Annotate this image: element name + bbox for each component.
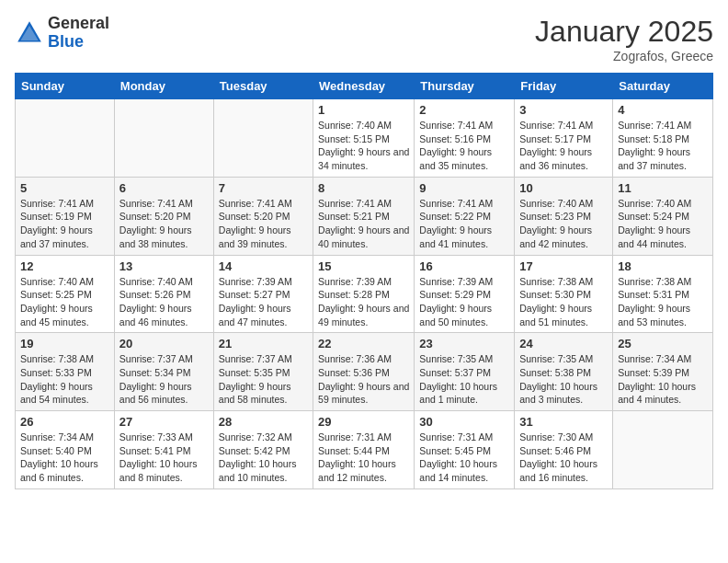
- calendar-cell: 21Sunrise: 7:37 AM Sunset: 5:35 PM Dayli…: [213, 333, 313, 411]
- calendar-cell: 27Sunrise: 7:33 AM Sunset: 5:41 PM Dayli…: [114, 411, 213, 489]
- calendar-cell: [613, 411, 713, 489]
- day-number: 14: [219, 259, 308, 273]
- calendar-cell: 28Sunrise: 7:32 AM Sunset: 5:42 PM Dayli…: [213, 411, 313, 489]
- day-number: 3: [519, 103, 608, 117]
- calendar-week-row: 1Sunrise: 7:40 AM Sunset: 5:15 PM Daylig…: [16, 99, 713, 178]
- day-info: Sunrise: 7:40 AM Sunset: 5:24 PM Dayligh…: [618, 197, 708, 251]
- logo-blue: Blue: [48, 33, 109, 52]
- day-number: 7: [219, 181, 308, 195]
- main-title: January 2025: [535, 15, 713, 49]
- day-info: Sunrise: 7:38 AM Sunset: 5:31 PM Dayligh…: [618, 275, 708, 329]
- day-info: Sunrise: 7:41 AM Sunset: 5:21 PM Dayligh…: [318, 197, 409, 251]
- calendar-cell: 13Sunrise: 7:40 AM Sunset: 5:26 PM Dayli…: [114, 255, 213, 333]
- calendar-cell: 15Sunrise: 7:39 AM Sunset: 5:28 PM Dayli…: [313, 255, 415, 333]
- day-info: Sunrise: 7:40 AM Sunset: 5:15 PM Dayligh…: [318, 119, 409, 173]
- day-info: Sunrise: 7:41 AM Sunset: 5:20 PM Dayligh…: [219, 197, 308, 251]
- day-number: 19: [20, 337, 109, 350]
- calendar-cell: 24Sunrise: 7:35 AM Sunset: 5:38 PM Dayli…: [515, 333, 613, 411]
- day-number: 29: [318, 415, 409, 429]
- calendar-cell: 19Sunrise: 7:38 AM Sunset: 5:33 PM Dayli…: [16, 333, 115, 411]
- calendar-cell: 29Sunrise: 7:31 AM Sunset: 5:44 PM Dayli…: [313, 411, 415, 489]
- weekday-header: Thursday: [415, 74, 515, 99]
- calendar-cell: 11Sunrise: 7:40 AM Sunset: 5:24 PM Dayli…: [613, 177, 713, 255]
- calendar-cell: 26Sunrise: 7:34 AM Sunset: 5:40 PM Dayli…: [16, 411, 115, 489]
- day-info: Sunrise: 7:40 AM Sunset: 5:26 PM Dayligh…: [119, 275, 209, 329]
- day-number: 25: [618, 337, 708, 350]
- day-number: 26: [20, 415, 109, 429]
- day-number: 5: [20, 181, 109, 195]
- day-number: 2: [419, 103, 509, 117]
- day-number: 28: [219, 415, 308, 429]
- day-info: Sunrise: 7:33 AM Sunset: 5:41 PM Dayligh…: [119, 431, 209, 485]
- day-number: 31: [519, 415, 608, 429]
- day-info: Sunrise: 7:37 AM Sunset: 5:34 PM Dayligh…: [119, 352, 209, 407]
- weekday-header-row: SundayMondayTuesdayWednesdayThursdayFrid…: [16, 74, 713, 99]
- day-number: 30: [419, 415, 509, 429]
- day-info: Sunrise: 7:36 AM Sunset: 5:36 PM Dayligh…: [318, 352, 409, 407]
- calendar-week-row: 12Sunrise: 7:40 AM Sunset: 5:25 PM Dayli…: [16, 255, 713, 333]
- calendar-cell: 6Sunrise: 7:41 AM Sunset: 5:20 PM Daylig…: [114, 177, 213, 255]
- day-number: 18: [618, 259, 708, 273]
- calendar-cell: 2Sunrise: 7:41 AM Sunset: 5:16 PM Daylig…: [415, 99, 515, 178]
- calendar-cell: [213, 99, 313, 178]
- day-number: 17: [519, 259, 608, 273]
- day-info: Sunrise: 7:35 AM Sunset: 5:37 PM Dayligh…: [419, 352, 509, 407]
- day-info: Sunrise: 7:31 AM Sunset: 5:45 PM Dayligh…: [419, 431, 509, 485]
- calendar-cell: 9Sunrise: 7:41 AM Sunset: 5:22 PM Daylig…: [415, 177, 515, 255]
- day-number: 22: [318, 337, 409, 350]
- day-number: 1: [318, 103, 409, 117]
- weekday-header: Tuesday: [213, 74, 313, 99]
- weekday-header: Wednesday: [313, 74, 415, 99]
- calendar-cell: 23Sunrise: 7:35 AM Sunset: 5:37 PM Dayli…: [415, 333, 515, 411]
- logo-icon: [15, 18, 44, 48]
- day-number: 10: [519, 181, 608, 195]
- page-header: General Blue January 2025 Zografos, Gree…: [15, 15, 713, 63]
- weekday-header: Friday: [515, 74, 613, 99]
- calendar-week-row: 5Sunrise: 7:41 AM Sunset: 5:19 PM Daylig…: [16, 177, 713, 255]
- calendar-cell: 20Sunrise: 7:37 AM Sunset: 5:34 PM Dayli…: [114, 333, 213, 411]
- day-info: Sunrise: 7:34 AM Sunset: 5:40 PM Dayligh…: [20, 431, 109, 485]
- day-number: 4: [618, 103, 708, 117]
- calendar-cell: 8Sunrise: 7:41 AM Sunset: 5:21 PM Daylig…: [313, 177, 415, 255]
- calendar-cell: [114, 99, 213, 178]
- calendar-cell: 1Sunrise: 7:40 AM Sunset: 5:15 PM Daylig…: [313, 99, 415, 178]
- day-info: Sunrise: 7:39 AM Sunset: 5:28 PM Dayligh…: [318, 275, 409, 329]
- day-info: Sunrise: 7:38 AM Sunset: 5:30 PM Dayligh…: [519, 275, 608, 329]
- calendar-cell: 18Sunrise: 7:38 AM Sunset: 5:31 PM Dayli…: [613, 255, 713, 333]
- calendar-cell: 5Sunrise: 7:41 AM Sunset: 5:19 PM Daylig…: [16, 177, 115, 255]
- calendar-week-row: 26Sunrise: 7:34 AM Sunset: 5:40 PM Dayli…: [16, 411, 713, 489]
- day-info: Sunrise: 7:34 AM Sunset: 5:39 PM Dayligh…: [618, 352, 708, 407]
- day-info: Sunrise: 7:41 AM Sunset: 5:22 PM Dayligh…: [419, 197, 509, 251]
- calendar-cell: 12Sunrise: 7:40 AM Sunset: 5:25 PM Dayli…: [16, 255, 115, 333]
- day-number: 27: [119, 415, 209, 429]
- logo-general: General: [48, 15, 109, 33]
- day-number: 9: [419, 181, 509, 195]
- calendar-cell: 14Sunrise: 7:39 AM Sunset: 5:27 PM Dayli…: [213, 255, 313, 333]
- title-block: January 2025 Zografos, Greece: [535, 15, 713, 63]
- day-number: 23: [419, 337, 509, 350]
- day-info: Sunrise: 7:39 AM Sunset: 5:29 PM Dayligh…: [419, 275, 509, 329]
- calendar-cell: 31Sunrise: 7:30 AM Sunset: 5:46 PM Dayli…: [515, 411, 613, 489]
- day-info: Sunrise: 7:41 AM Sunset: 5:19 PM Dayligh…: [20, 197, 109, 251]
- day-number: 11: [618, 181, 708, 195]
- weekday-header: Sunday: [16, 74, 115, 99]
- day-info: Sunrise: 7:37 AM Sunset: 5:35 PM Dayligh…: [219, 352, 308, 407]
- day-info: Sunrise: 7:41 AM Sunset: 5:16 PM Dayligh…: [419, 119, 509, 173]
- calendar-cell: 10Sunrise: 7:40 AM Sunset: 5:23 PM Dayli…: [515, 177, 613, 255]
- day-info: Sunrise: 7:41 AM Sunset: 5:17 PM Dayligh…: [519, 119, 608, 173]
- calendar-cell: 3Sunrise: 7:41 AM Sunset: 5:17 PM Daylig…: [515, 99, 613, 178]
- calendar-cell: 7Sunrise: 7:41 AM Sunset: 5:20 PM Daylig…: [213, 177, 313, 255]
- day-number: 15: [318, 259, 409, 273]
- day-info: Sunrise: 7:32 AM Sunset: 5:42 PM Dayligh…: [219, 431, 308, 485]
- day-info: Sunrise: 7:39 AM Sunset: 5:27 PM Dayligh…: [219, 275, 308, 329]
- day-number: 6: [119, 181, 209, 195]
- calendar-cell: [16, 99, 115, 178]
- logo-text: General Blue: [48, 15, 109, 52]
- calendar-cell: 25Sunrise: 7:34 AM Sunset: 5:39 PM Dayli…: [613, 333, 713, 411]
- day-number: 8: [318, 181, 409, 195]
- day-info: Sunrise: 7:31 AM Sunset: 5:44 PM Dayligh…: [318, 431, 409, 485]
- day-info: Sunrise: 7:41 AM Sunset: 5:18 PM Dayligh…: [618, 119, 708, 173]
- subtitle: Zografos, Greece: [535, 49, 713, 63]
- calendar-cell: 22Sunrise: 7:36 AM Sunset: 5:36 PM Dayli…: [313, 333, 415, 411]
- calendar-cell: 4Sunrise: 7:41 AM Sunset: 5:18 PM Daylig…: [613, 99, 713, 178]
